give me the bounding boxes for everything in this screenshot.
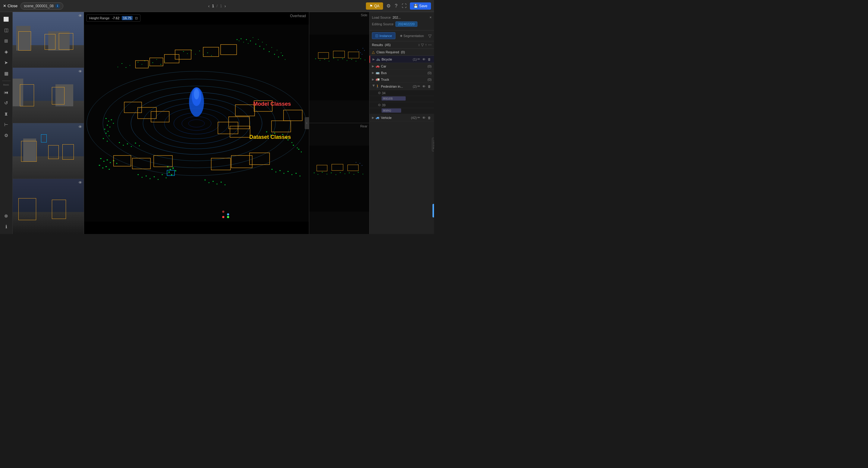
next-page-button[interactable]: › — [224, 4, 226, 8]
class-item-bus[interactable]: ▶ 🚌 Bus (0) — [370, 70, 434, 76]
class-item-bicycle[interactable]: ▶ 🚲 Bicycle (1) ✏ 👁 🗑 — [370, 56, 434, 63]
editing-source-value[interactable]: 202402220 — [396, 22, 417, 27]
svg-rect-95 — [286, 137, 287, 138]
rear-view: Rear — [309, 123, 369, 234]
more-icon[interactable]: ⋯ — [428, 43, 432, 47]
cam1-eye-icon[interactable]: 👁 — [79, 13, 82, 18]
svg-rect-109 — [300, 175, 301, 176]
svg-rect-62 — [127, 143, 128, 144]
truck-expand-arrow[interactable]: ▶ — [372, 78, 375, 81]
svg-rect-152 — [315, 59, 316, 59]
vehicle-count: (42) — [411, 116, 417, 120]
svg-rect-14 — [237, 39, 238, 40]
cam4-sky — [13, 179, 84, 212]
svg-rect-36 — [138, 62, 138, 63]
svg-rect-164 — [357, 49, 358, 50]
svg-rect-178 — [331, 173, 332, 173]
class-item-car[interactable]: ▶ 🚗 Car (0) — [370, 63, 434, 70]
svg-rect-185 — [363, 174, 363, 174]
filter-icon[interactable]: ▽ — [421, 43, 424, 47]
segmentation-tab[interactable]: ◈ Segmentation — [397, 32, 427, 39]
vehicle-expand-arrow[interactable]: ▶ — [372, 116, 375, 119]
validity-tab[interactable]: Validity — [432, 138, 434, 152]
pedestrian-subitem-39[interactable]: ⊙ 39 — [370, 102, 434, 108]
pedestrian-subitem-34[interactable]: ⊙ 34 — [370, 90, 434, 96]
svg-rect-159 — [347, 60, 347, 61]
expand-icon[interactable]: ↑ — [425, 43, 427, 47]
svg-rect-111 — [187, 53, 188, 54]
info-icon: ℹ — [55, 4, 60, 8]
lidar-pointcloud — [84, 12, 309, 234]
class-item-pedestrian[interactable]: ▶ 🚶 Pedestrian in... (2) ✏ 👁 🗑 — [370, 83, 434, 90]
sidebar-icon-arrow[interactable]: ➤ — [1, 58, 11, 67]
sidebar-icon-info[interactable]: ℹ — [1, 222, 11, 232]
load-source-close[interactable]: × — [430, 15, 432, 20]
load-source-section: Load Source 202... × Editing Source 2024… — [370, 12, 434, 30]
sidebar-icon-ruler[interactable]: ⊢ — [1, 120, 11, 130]
sidebar-icon-segments[interactable]: ▦ — [1, 69, 11, 78]
sidebar-icon-camera-multi[interactable]: ⊞ — [1, 36, 11, 46]
pedestrian-delete-btn[interactable]: 🗑 — [427, 84, 432, 89]
svg-rect-76 — [138, 174, 139, 175]
sidebar-icon-layers2[interactable]: ⊗ — [1, 211, 11, 221]
pedestrian-edit-btn[interactable]: ✏ — [417, 84, 421, 89]
class-item-truck[interactable]: ▶ 🚛 Truck (0) — [370, 76, 434, 83]
save-button[interactable]: 💾 Save — [410, 2, 431, 10]
svg-rect-27 — [266, 44, 267, 45]
sidebar-icon-settings2[interactable]: ⚙ — [1, 131, 11, 140]
cam2-eye-icon[interactable]: 👁 — [79, 69, 82, 74]
cam4-eye-icon[interactable]: 👁 — [79, 180, 82, 185]
close-button[interactable]: ✕ Close — [3, 4, 18, 8]
vehicle-edit-btn[interactable]: ✏ — [417, 115, 421, 120]
vehicle-name: Vehicle — [381, 116, 411, 120]
collapse-views-button[interactable]: › — [305, 117, 309, 129]
cam3-eye-icon[interactable]: 👁 — [79, 125, 82, 129]
sidebar-icon-filter[interactable]: ⧗ — [1, 109, 11, 119]
sidebar-icon-box[interactable]: ⬜ — [1, 14, 11, 24]
bicycle-delete-btn[interactable]: 🗑 — [427, 57, 432, 61]
qa-button[interactable]: ⚑ QA — [366, 2, 383, 10]
car-expand-arrow[interactable]: ▶ — [372, 64, 375, 68]
svg-rect-174 — [314, 173, 315, 173]
bicycle-edit-btn[interactable]: ✏ — [417, 57, 421, 61]
bus-expand-arrow[interactable]: ▶ — [372, 71, 375, 74]
sidebar-icon-ai[interactable]: ◈ — [1, 47, 11, 57]
svg-rect-26 — [264, 48, 264, 49]
svg-rect-65 — [139, 145, 140, 146]
page-current: 1 — [212, 4, 214, 8]
svg-rect-151 — [309, 35, 369, 101]
vehicle-delete-btn[interactable]: 🗑 — [427, 115, 432, 120]
help-button[interactable]: ? — [394, 2, 398, 10]
prev-page-button[interactable]: ‹ — [208, 4, 210, 8]
instance-tab[interactable]: ◫ Instance — [372, 32, 396, 39]
vehicle-eye-btn[interactable]: 👁 — [422, 115, 426, 120]
pedestrian-expand-arrow[interactable]: ▶ — [372, 85, 375, 88]
svg-rect-78 — [146, 175, 147, 176]
bicycle-eye-btn[interactable]: 👁 — [422, 57, 426, 61]
load-source-row: Load Source 202... × — [372, 14, 432, 21]
camera-panel-1: 👁 — [13, 12, 84, 68]
sidebar-icon-history[interactable]: ↺ — [1, 98, 11, 108]
svg-rect-176 — [322, 172, 323, 173]
expand-icon[interactable]: ⊡ — [135, 16, 138, 20]
svg-rect-75 — [109, 169, 110, 170]
sidebar-icon-play[interactable]: ⏮ — [1, 87, 11, 97]
vehicle-icon: 🚙 — [375, 115, 380, 120]
lidar-view[interactable]: Height Range -7.62 16.75 ⊡ Overhead Mode… — [84, 12, 309, 234]
bicycle-expand-arrow[interactable]: ▶ — [373, 58, 376, 61]
svg-rect-179 — [336, 174, 336, 175]
svg-rect-22 — [255, 44, 256, 44]
fullscreen-button[interactable]: ⛶ — [401, 2, 407, 10]
filter-tab-icon[interactable]: ▽ — [428, 33, 432, 38]
class-item-vehicle[interactable]: ▶ 🚙 Vehicle (42) ✏ 👁 🗑 — [370, 114, 434, 121]
svg-rect-158 — [342, 59, 343, 59]
class-list: ▶ 🚲 Bicycle (1) ✏ 👁 🗑 ▶ 🚗 Car (0) — [370, 56, 434, 234]
svg-rect-37 — [142, 64, 142, 65]
sidebar-icon-3d-layers[interactable]: ◫ — [1, 25, 11, 35]
bicycle-name: Bicycle — [381, 58, 413, 61]
pedestrian-eye-btn[interactable]: 👁 — [422, 84, 426, 89]
settings-button[interactable]: ⚙ — [385, 2, 392, 10]
sort-icon[interactable]: ↕ — [418, 43, 420, 47]
scene-tag[interactable]: scene_000001_08 ℹ — [21, 2, 63, 10]
results-side-tab[interactable]: Results — [433, 204, 434, 218]
